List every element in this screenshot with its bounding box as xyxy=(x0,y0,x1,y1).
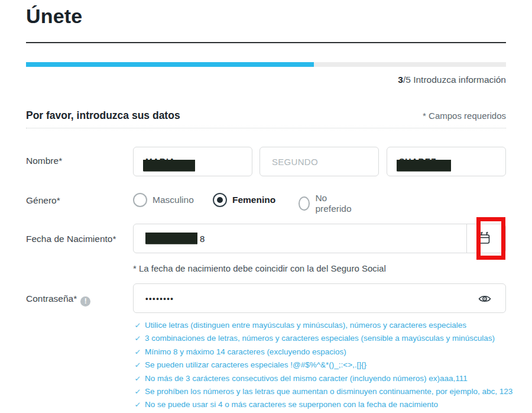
check-icon: ✓ xyxy=(134,385,141,398)
redaction-bar xyxy=(145,233,197,244)
password-label: Contraseña*! xyxy=(26,293,90,306)
check-icon: ✓ xyxy=(134,332,141,345)
radio-label: No preferido xyxy=(315,193,354,214)
redaction-bar xyxy=(143,160,195,172)
show-password-button[interactable] xyxy=(477,292,492,306)
password-rule: ✓Utilice letras (distinguen entre mayúsc… xyxy=(135,319,512,332)
join-form-page: Únete 3/5 Introduzca información Por fav… xyxy=(0,0,532,413)
password-rule: ✓Mínimo 8 y máximo 14 caracteres (excluy… xyxy=(135,346,512,359)
first-name-input[interactable]: MARIA xyxy=(133,147,252,176)
radio-circle-icon[interactable] xyxy=(213,193,227,207)
calendar-button[interactable] xyxy=(469,224,499,253)
password-rule: ✓3 combinaciones de letras, números y ca… xyxy=(135,332,512,345)
password-masked-value: •••••••• xyxy=(145,294,174,303)
section-heading: Por favor, introduzca sus datos xyxy=(26,109,180,122)
eye-icon xyxy=(478,293,492,304)
check-icon: ✓ xyxy=(134,359,141,372)
radio-label: Masculino xyxy=(153,195,194,205)
password-rule: ✓No más de 3 carácteres consecutivos del… xyxy=(135,372,512,385)
check-icon: ✓ xyxy=(134,372,141,385)
radio-masculino[interactable]: Masculino xyxy=(133,193,194,207)
password-rule: ✓Se prohíben los números y las letras qu… xyxy=(135,385,512,398)
name-label: Nombre* xyxy=(26,156,62,166)
last-name-input[interactable]: SUAREZ xyxy=(387,147,506,176)
last-name-redacted-value: SUAREZ xyxy=(399,157,437,166)
progress-bar xyxy=(26,62,506,67)
first-name-redacted-value: MARIA xyxy=(145,157,176,166)
input-separator xyxy=(466,224,467,253)
birthdate-note: * La fecha de nacimiento debe coincidir … xyxy=(133,263,386,273)
middle-name-input[interactable]: SEGUNDO xyxy=(259,147,379,176)
password-rules-list: ✓Utilice letras (distinguen entre mayúsc… xyxy=(135,319,512,412)
birthdate-label: Fecha de Nacimiento* xyxy=(26,234,116,244)
check-icon: ✓ xyxy=(134,398,141,411)
required-fields-note: * Campos requeridos xyxy=(423,111,506,121)
gender-label: Género* xyxy=(26,195,60,206)
calendar-icon xyxy=(477,231,491,246)
redaction-bar xyxy=(397,160,451,172)
radio-circle-icon[interactable] xyxy=(299,196,310,211)
info-icon[interactable]: ! xyxy=(80,296,90,306)
step-rest: /5 Introduzca información xyxy=(403,75,506,85)
step-indicator: 3/5 Introduzca información xyxy=(398,75,506,85)
password-rule: ✓Se pueden utilizar caracteres especiale… xyxy=(135,359,512,372)
password-input[interactable]: •••••••• xyxy=(133,283,506,313)
radio-no-preferido[interactable]: No preferido xyxy=(299,193,354,214)
password-rule: ✓No se puede usar si 4 o más caracteres … xyxy=(135,398,512,411)
step-current: 3 xyxy=(398,75,403,85)
radio-label: Femenino xyxy=(232,195,275,205)
birthdate-input[interactable]: 8 xyxy=(133,224,506,253)
page-title: Únete xyxy=(26,5,82,28)
check-icon: ✓ xyxy=(134,319,141,332)
title-divider xyxy=(26,42,506,43)
progress-fill xyxy=(26,62,314,67)
middle-name-placeholder: SEGUNDO xyxy=(272,157,318,167)
section-divider xyxy=(26,128,506,128)
radio-circle-icon[interactable] xyxy=(133,193,147,207)
radio-femenino[interactable]: Femenino xyxy=(213,193,275,207)
birthdate-visible-suffix: 8 xyxy=(200,234,205,244)
check-icon: ✓ xyxy=(134,346,141,359)
